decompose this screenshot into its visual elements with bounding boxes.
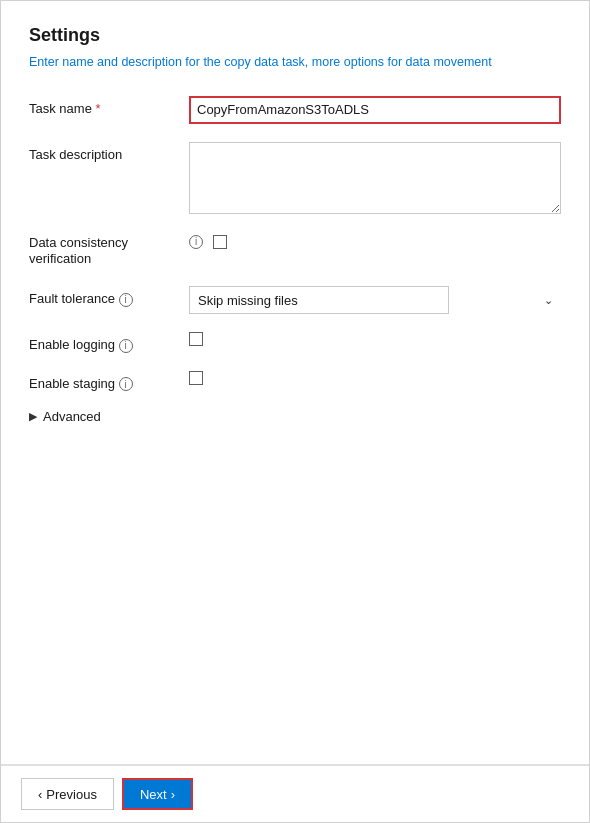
enable-logging-group: Enable logging i bbox=[29, 332, 561, 353]
enable-staging-group: Enable staging i bbox=[29, 371, 561, 392]
chevron-down-icon: ⌄ bbox=[544, 294, 553, 307]
enable-logging-checkbox[interactable] bbox=[189, 332, 203, 346]
task-description-group: Task description bbox=[29, 142, 561, 217]
footer: ‹ Previous Next › bbox=[1, 765, 589, 822]
task-description-input[interactable] bbox=[189, 142, 561, 214]
data-consistency-group: Data consistency verification i bbox=[29, 235, 561, 269]
content-area: Settings Enter name and description for … bbox=[1, 1, 589, 764]
previous-button[interactable]: ‹ Previous bbox=[21, 778, 114, 810]
previous-arrow-icon: ‹ bbox=[38, 787, 42, 802]
task-description-label: Task description bbox=[29, 142, 189, 162]
enable-staging-info-icon[interactable]: i bbox=[119, 377, 133, 391]
page-title: Settings bbox=[29, 25, 561, 46]
settings-window: Settings Enter name and description for … bbox=[0, 0, 590, 823]
required-marker: * bbox=[96, 101, 101, 116]
enable-logging-info-icon[interactable]: i bbox=[119, 339, 133, 353]
enable-staging-checkbox[interactable] bbox=[189, 371, 203, 385]
fault-tolerance-control: Skip missing files None Ignore missing f… bbox=[189, 286, 561, 314]
fault-tolerance-select[interactable]: Skip missing files None Ignore missing f… bbox=[189, 286, 449, 314]
fault-tolerance-label: Fault tolerance i bbox=[29, 286, 189, 307]
enable-logging-control bbox=[189, 332, 561, 349]
fault-tolerance-info-icon[interactable]: i bbox=[119, 293, 133, 307]
data-consistency-control: i bbox=[189, 235, 561, 249]
task-name-control bbox=[189, 96, 561, 124]
advanced-section[interactable]: ▶ Advanced bbox=[29, 409, 561, 424]
data-consistency-label: Data consistency verification bbox=[29, 235, 189, 269]
data-consistency-row: i bbox=[189, 235, 561, 249]
advanced-label: Advanced bbox=[43, 409, 101, 424]
enable-staging-control bbox=[189, 371, 561, 388]
task-name-label: Task name * bbox=[29, 96, 189, 116]
task-description-control bbox=[189, 142, 561, 217]
next-arrow-icon: › bbox=[171, 787, 175, 802]
task-name-input[interactable] bbox=[189, 96, 561, 124]
data-consistency-info-icon[interactable]: i bbox=[189, 235, 203, 249]
enable-logging-label: Enable logging i bbox=[29, 332, 189, 353]
task-name-group: Task name * bbox=[29, 96, 561, 124]
enable-staging-label: Enable staging i bbox=[29, 371, 189, 392]
advanced-expand-icon: ▶ bbox=[29, 410, 37, 423]
fault-tolerance-group: Fault tolerance i Skip missing files Non… bbox=[29, 286, 561, 314]
page-subtitle: Enter name and description for the copy … bbox=[29, 54, 561, 72]
next-button[interactable]: Next › bbox=[122, 778, 193, 810]
fault-tolerance-select-container: Skip missing files None Ignore missing f… bbox=[189, 286, 561, 314]
data-consistency-checkbox[interactable] bbox=[213, 235, 227, 249]
